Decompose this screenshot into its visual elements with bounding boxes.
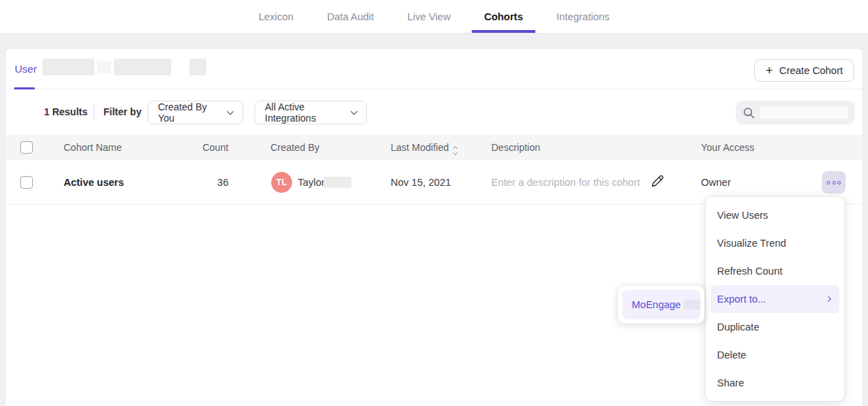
pencil-icon	[650, 174, 665, 189]
menu-item-view-users[interactable]: View Users	[706, 201, 844, 229]
menu-item-duplicate[interactable]: Duplicate	[706, 313, 844, 341]
nav-tab-lexicon[interactable]: Lexicon	[256, 0, 296, 33]
filter-by-label: Filter by	[103, 106, 141, 117]
submenu-item-moengage-label: MoEngage	[632, 299, 681, 310]
redacted-tab	[114, 59, 171, 75]
menu-item-share[interactable]: Share	[706, 369, 844, 397]
row-more-actions-button[interactable]	[822, 171, 846, 194]
cohort-type-tabs: User + Create Cohort	[6, 49, 862, 89]
cohort-count: 36	[173, 177, 229, 188]
results-count: 1 Results	[44, 106, 87, 117]
chevron-down-icon	[351, 108, 358, 115]
created-by-name: Taylor	[298, 177, 325, 188]
top-navigation: Lexicon Data Audit Live View Cohorts Int…	[0, 0, 868, 34]
menu-item-visualize-trend[interactable]: Visualize Trend	[706, 229, 844, 257]
redacted-last-name	[324, 177, 352, 188]
last-modified-date: Nov 15, 2021	[391, 177, 451, 188]
create-cohort-button[interactable]: + Create Cohort	[754, 59, 854, 82]
integrations-dropdown-value: All Active Integrations	[265, 101, 345, 124]
header-last-modified-label: Last Modified	[391, 142, 449, 153]
table-header-row: Cohort Name Count Created By Last Modifi…	[6, 135, 862, 160]
more-dots-icon	[832, 181, 836, 184]
nav-tab-live-view[interactable]: Live View	[405, 0, 454, 33]
edit-description-button[interactable]	[650, 174, 665, 191]
redacted-tab	[43, 59, 94, 75]
header-created-by: Created By	[270, 142, 319, 153]
select-all-checkbox[interactable]	[20, 141, 33, 154]
chevron-down-icon	[227, 108, 234, 115]
tab-user[interactable]: User	[15, 63, 37, 75]
redacted-tab	[97, 61, 111, 73]
row-context-menu: View Users Visualize Trend Refresh Count…	[706, 197, 844, 401]
nav-tab-integrations[interactable]: Integrations	[554, 0, 612, 33]
menu-item-export-to[interactable]: Export to...	[711, 285, 839, 313]
chevron-right-icon	[825, 296, 831, 302]
menu-item-delete[interactable]: Delete	[706, 341, 844, 369]
created-by-dropdown-value: Created By You	[158, 101, 221, 124]
menu-item-export-to-label: Export to...	[717, 293, 766, 305]
active-tab-underline	[14, 87, 35, 89]
more-dots-icon	[837, 181, 841, 184]
nav-tab-cohorts[interactable]: Cohorts	[482, 0, 526, 33]
divider	[94, 105, 94, 119]
redacted-tab	[189, 59, 206, 75]
header-cohort-name: Cohort Name	[64, 142, 122, 153]
redacted-search-text	[760, 106, 848, 119]
access-level: Owner	[701, 177, 731, 188]
more-dots-icon	[827, 181, 830, 184]
nav-tab-data-audit[interactable]: Data Audit	[324, 0, 377, 33]
search-icon	[743, 107, 755, 119]
menu-item-refresh-count[interactable]: Refresh Count	[706, 257, 844, 285]
search-input[interactable]	[736, 101, 855, 124]
row-checkbox[interactable]	[20, 176, 33, 189]
header-last-modified[interactable]: Last Modified	[391, 142, 457, 154]
description-placeholder[interactable]: Enter a description for this cohort	[491, 177, 640, 188]
integrations-dropdown[interactable]: All Active Integrations	[254, 101, 367, 124]
plus-icon: +	[765, 64, 773, 77]
header-your-access: Your Access	[701, 142, 755, 153]
avatar: TL	[271, 172, 292, 193]
header-count: Count	[173, 142, 229, 153]
submenu-item-moengage[interactable]: MoEngage	[622, 290, 700, 319]
cohort-name-link[interactable]: Active users	[64, 177, 124, 188]
create-cohort-label: Create Cohort	[779, 65, 843, 76]
export-submenu: MoEngage	[618, 286, 704, 324]
redacted-submenu-text	[683, 300, 700, 310]
header-description: Description	[491, 142, 540, 153]
sort-icon[interactable]	[454, 147, 457, 154]
created-by-dropdown[interactable]: Created By You	[147, 101, 243, 124]
